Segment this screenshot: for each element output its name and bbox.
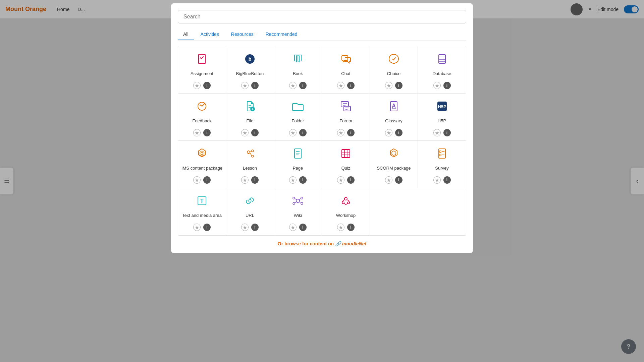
info-button-assignment[interactable]: i (203, 82, 211, 89)
star-button-choice[interactable]: ★ (385, 82, 392, 89)
star-button-database[interactable]: ★ (433, 82, 441, 89)
star-button-file[interactable]: ★ (241, 129, 249, 136)
info-button-wiki[interactable]: i (299, 224, 307, 231)
info-button-page[interactable]: i (299, 176, 307, 184)
svg-point-46 (296, 199, 300, 202)
info-button-textmedia[interactable]: i (203, 224, 211, 231)
star-button-ims[interactable]: ★ (193, 176, 201, 184)
star-button-survey[interactable]: ★ (433, 176, 441, 184)
star-button-page[interactable]: ★ (289, 176, 297, 184)
item-name-folder: Folder (292, 116, 304, 126)
info-button-file[interactable]: i (251, 129, 259, 136)
item-card-glossary[interactable]: A Glossary★i (370, 94, 418, 141)
item-card-file[interactable]: + File★i (226, 94, 274, 141)
svg-point-55 (344, 197, 347, 200)
item-name-wiki: Wiki (294, 210, 302, 221)
star-button-chat[interactable]: ★ (337, 82, 344, 89)
info-button-book[interactable]: i (299, 82, 307, 89)
item-card-page[interactable]: Page★i (274, 141, 322, 188)
item-card-bigbluebutton[interactable]: b BigBlueButton★i (226, 46, 274, 94)
item-card-assignment[interactable]: Assignment★i (178, 46, 226, 94)
tab-activities[interactable]: Activities (195, 29, 224, 40)
item-card-database[interactable]: Database★i (418, 46, 466, 94)
star-button-glossary[interactable]: ★ (385, 129, 392, 136)
modal-overlay: All Activities Resources Recommended Ass… (0, 0, 644, 362)
svg-rect-30 (294, 149, 301, 158)
tab-resources[interactable]: Resources (226, 29, 259, 40)
star-button-forum[interactable]: ★ (337, 129, 344, 136)
item-card-workshop[interactable]: Workshop★i (322, 188, 370, 235)
info-button-quiz[interactable]: i (347, 176, 355, 184)
info-button-lesson[interactable]: i (251, 176, 259, 184)
item-name-forum: Forum (339, 116, 352, 126)
item-card-choice[interactable]: Choice★i (370, 46, 418, 94)
item-name-database: Database (433, 68, 451, 79)
svg-point-24 (201, 153, 203, 155)
info-button-bigbluebutton[interactable]: i (251, 82, 259, 89)
star-button-wiki[interactable]: ★ (289, 224, 297, 231)
info-button-forum[interactable]: i (347, 129, 355, 136)
info-button-chat[interactable]: i (347, 82, 355, 89)
folder-icon (290, 99, 305, 114)
browse-link[interactable]: Or browse for content on 🔗 moodleNet (178, 241, 466, 246)
info-button-folder[interactable]: i (299, 129, 307, 136)
star-button-workshop[interactable]: ★ (337, 224, 344, 231)
tab-recommended[interactable]: Recommended (260, 29, 303, 40)
info-button-choice[interactable]: i (395, 82, 402, 89)
svg-rect-34 (342, 149, 350, 158)
item-name-scorm: SCORM package (377, 163, 411, 174)
item-name-ims: IMS content package (181, 163, 222, 174)
star-button-scorm[interactable]: ★ (385, 176, 392, 184)
info-button-glossary[interactable]: i (395, 129, 402, 136)
item-card-lesson[interactable]: Lesson★i (226, 141, 274, 188)
item-actions-book: ★i (289, 82, 307, 89)
item-card-url[interactable]: URL★i (226, 188, 274, 235)
info-button-scorm[interactable]: i (395, 176, 402, 184)
lesson-icon (243, 146, 257, 161)
item-card-book[interactable]: Book★i (274, 46, 322, 94)
item-card-ims[interactable]: IMS content package★i (178, 141, 226, 188)
info-button-h5p[interactable]: i (443, 129, 451, 136)
svg-text:+: + (252, 107, 254, 111)
assignment-icon (195, 52, 209, 66)
item-card-scorm[interactable]: SCORM package★i (370, 141, 418, 188)
star-button-url[interactable]: ★ (241, 224, 249, 231)
star-button-feedback[interactable]: ★ (193, 129, 201, 136)
star-button-bigbluebutton[interactable]: ★ (241, 82, 249, 89)
item-card-quiz[interactable]: Quiz★i (322, 141, 370, 188)
item-card-feedback[interactable]: Feedback★i (178, 94, 226, 141)
items-grid: Assignment★i b BigBlueButton★i Book★i Ch… (178, 46, 466, 236)
info-button-workshop[interactable]: i (347, 224, 355, 231)
info-button-url[interactable]: i (251, 224, 259, 231)
item-card-forum[interactable]: Forum★i (322, 94, 370, 141)
svg-rect-4 (439, 55, 445, 63)
item-card-survey[interactable]: Survey★i (418, 141, 466, 188)
star-button-assignment[interactable]: ★ (193, 82, 201, 89)
item-card-wiki[interactable]: Wiki★i (274, 188, 322, 235)
star-button-lesson[interactable]: ★ (241, 176, 249, 184)
info-button-feedback[interactable]: i (203, 129, 211, 136)
svg-point-49 (293, 202, 295, 204)
item-actions-forum: ★i (337, 129, 355, 136)
item-card-textmedia[interactable]: T Text and media area★i (178, 188, 226, 235)
star-button-quiz[interactable]: ★ (337, 176, 344, 184)
tab-all[interactable]: All (178, 29, 194, 40)
item-card-h5p[interactable]: H5P H5P★i (418, 94, 466, 141)
search-input[interactable] (178, 10, 466, 23)
star-button-folder[interactable]: ★ (289, 129, 297, 136)
info-button-survey[interactable]: i (443, 176, 451, 184)
moodle-logo: 🔗 moodleNet (335, 241, 366, 246)
info-button-ims[interactable]: i (203, 176, 211, 184)
star-button-book[interactable]: ★ (289, 82, 297, 89)
quiz-icon (338, 146, 353, 161)
info-button-database[interactable]: i (443, 82, 451, 89)
item-actions-glossary: ★i (385, 129, 402, 136)
chat-icon (338, 52, 353, 66)
workshop-icon (338, 193, 353, 208)
item-card-chat[interactable]: Chat★i (322, 46, 370, 94)
item-card-folder[interactable]: Folder★i (274, 94, 322, 141)
svg-line-53 (295, 202, 297, 203)
star-button-textmedia[interactable]: ★ (193, 224, 201, 231)
page-icon (290, 146, 305, 161)
star-button-h5p[interactable]: ★ (433, 129, 441, 136)
